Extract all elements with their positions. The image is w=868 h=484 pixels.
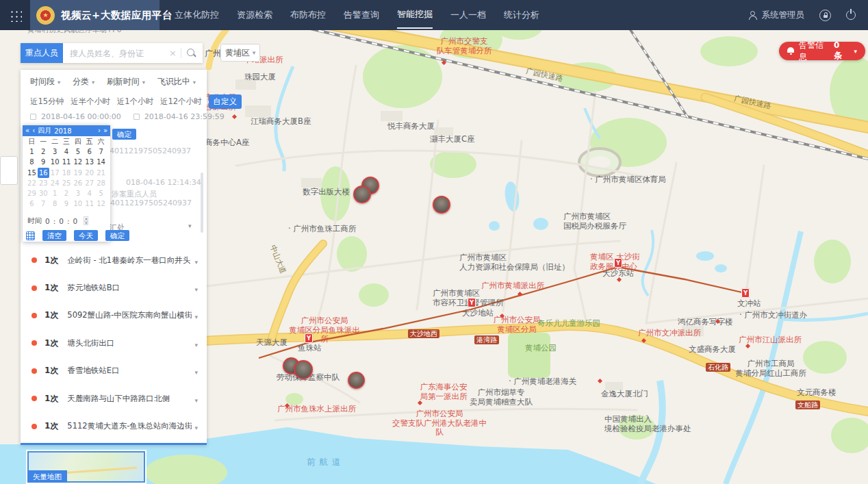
filter-dropdown[interactable]: 分类	[73, 76, 94, 88]
region-city-label[interactable]: 广州	[205, 48, 221, 60]
search-icon[interactable]	[186, 48, 197, 59]
start-checkbox[interactable]	[30, 114, 36, 120]
calendar-day[interactable]: 7	[38, 199, 49, 209]
spinner-down-icon[interactable]: ▾	[84, 221, 88, 226]
calendar-day[interactable]: 2	[61, 188, 73, 199]
map-control[interactable]	[0, 156, 18, 185]
calendar-day[interactable]: 11	[61, 157, 73, 167]
prev-month-button[interactable]: ‹	[32, 125, 35, 136]
district-select[interactable]: 黄埔区 ▾	[220, 44, 260, 62]
calendar-year[interactable]: 2018	[54, 127, 71, 135]
second-value[interactable]: 0	[73, 217, 77, 225]
calendar-day[interactable]: 6	[84, 147, 95, 157]
list-item[interactable]: 1次 苏元地铁站B口	[21, 274, 207, 301]
quick-time-option[interactable]: 近12个小时	[160, 97, 202, 107]
alert-button[interactable]: 告警信息 0 条 ▾	[779, 42, 865, 60]
ok-button[interactable]: 确定	[105, 230, 129, 241]
calendar-day[interactable]: 2	[38, 147, 49, 157]
clear-icon[interactable]: ×	[165, 48, 181, 58]
person-photo-marker[interactable]	[353, 186, 371, 203]
user-menu[interactable]: 系统管理员	[748, 10, 805, 21]
calendar-day[interactable]: 26	[72, 178, 84, 188]
calendar-day[interactable]: 27	[84, 178, 95, 188]
confirm-button[interactable]: 确定	[112, 129, 136, 140]
calendar-day[interactable]: 19	[72, 168, 84, 178]
calendar-day[interactable]: 15	[26, 168, 38, 178]
expand-caret-icon[interactable]	[194, 281, 198, 294]
minute-value[interactable]: 0	[59, 217, 64, 225]
list-item[interactable]: 1次 香雪地铁站E口	[21, 357, 207, 385]
calendar-day[interactable]: 17	[49, 168, 61, 178]
search-input[interactable]	[63, 49, 165, 58]
list-item[interactable]: 1次 塘头北街出口	[21, 329, 207, 357]
calendar-day[interactable]: 10	[72, 199, 84, 209]
calendar-day[interactable]: 30	[38, 188, 49, 199]
prev-year-button[interactable]: «	[25, 125, 29, 136]
list-item[interactable]: 1次 5092蟹山路-中医院东南向蟹山横街	[21, 302, 207, 329]
menu-item[interactable]: 资源检索	[237, 1, 272, 29]
today-button[interactable]: 今天	[74, 230, 98, 241]
calendar-day[interactable]: 5	[95, 188, 107, 199]
security-lock-icon[interactable]	[819, 10, 831, 21]
calendar-day[interactable]: 11	[84, 199, 95, 209]
calendar-day[interactable]: 23	[38, 178, 49, 188]
calendar-day[interactable]: 21	[95, 168, 107, 178]
calendar-day[interactable]: 28	[95, 178, 107, 188]
calendar-day[interactable]: 3	[49, 147, 61, 157]
list-item[interactable]: 1次 5112黄埔大道东-鱼珠总站向海边街（全）	[21, 412, 207, 440]
person-photo-marker[interactable]	[348, 372, 365, 389]
calendar-day[interactable]: 13	[84, 157, 95, 167]
quick-time-option[interactable]: 自定义	[209, 94, 242, 109]
calendar-day[interactable]: 1	[49, 188, 61, 199]
calendar-icon[interactable]	[26, 231, 35, 240]
filter-dropdown[interactable]: 时间段	[30, 76, 60, 88]
metro-icon[interactable]: Y	[614, 258, 622, 268]
calendar-day[interactable]: 4	[84, 188, 95, 199]
end-checkbox[interactable]	[133, 114, 140, 120]
calendar-day[interactable]: 3	[72, 188, 84, 199]
list-item[interactable]: 1次 企岭街 - 北1巷秦岭东一巷口向井头	[21, 246, 207, 274]
time-spinner[interactable]: ▴ ▾	[84, 216, 88, 225]
calendar-day[interactable]: 1	[26, 147, 38, 157]
expand-caret-icon[interactable]	[194, 337, 198, 350]
calendar-day[interactable]: 20	[84, 168, 95, 178]
filter-dropdown[interactable]: 刷新时间	[107, 76, 145, 88]
calendar-day[interactable]: 25	[61, 178, 73, 188]
clear-button[interactable]: 清空	[42, 230, 66, 241]
expand-caret-icon[interactable]	[194, 254, 198, 267]
expand-caret-icon[interactable]	[194, 309, 198, 322]
filter-dropdown[interactable]: 飞识比中	[157, 76, 196, 88]
minimap-label[interactable]: 矢量地图	[27, 470, 67, 483]
menu-item[interactable]: 布防布控	[290, 1, 326, 29]
calendar-month[interactable]: 四月	[38, 126, 51, 136]
search-category-tag[interactable]: 重点人员	[21, 43, 63, 63]
hour-value[interactable]: 0	[45, 217, 50, 225]
calendar-day[interactable]: 14	[95, 157, 107, 167]
power-icon[interactable]	[846, 10, 856, 20]
chevron-down-icon[interactable]: ▾	[188, 222, 192, 229]
calendar-day[interactable]: 24	[49, 178, 61, 188]
calendar-day[interactable]: 9	[38, 157, 49, 167]
menu-item[interactable]: 统计分析	[504, 1, 539, 29]
calendar-day[interactable]: 7	[95, 147, 107, 157]
expand-caret-icon[interactable]	[194, 364, 198, 377]
calendar-day[interactable]: 10	[49, 157, 61, 167]
app-grid-button[interactable]	[0, 0, 30, 30]
metro-icon[interactable]: Y	[741, 288, 750, 298]
next-month-button[interactable]: ›	[98, 125, 101, 136]
end-date[interactable]: 2018-04-16 23:59:59	[144, 112, 225, 121]
calendar-day[interactable]: 12	[95, 199, 107, 209]
calendar-day[interactable]: 4	[61, 147, 73, 157]
calendar-day[interactable]: 8	[49, 199, 61, 209]
metro-icon[interactable]: Y	[305, 333, 313, 343]
person-photo-marker[interactable]	[433, 196, 450, 214]
menu-item[interactable]: 立体化防控	[175, 1, 219, 29]
menu-item[interactable]: 告警查询	[344, 1, 379, 29]
expand-caret-icon[interactable]	[194, 392, 198, 405]
calendar-day[interactable]: 29	[26, 188, 38, 199]
quick-time-option[interactable]: 近15分钟	[30, 97, 64, 107]
person-photo-marker[interactable]	[294, 360, 313, 379]
calendar-day[interactable]: 8	[26, 157, 38, 167]
calendar-day[interactable]: 12	[72, 157, 84, 167]
menu-item[interactable]: 智能挖掘	[397, 1, 433, 29]
